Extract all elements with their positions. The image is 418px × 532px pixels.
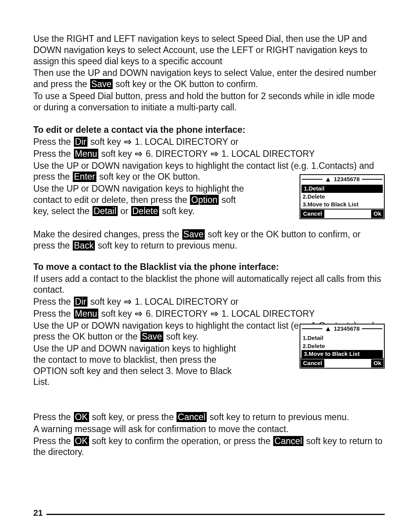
screen-title: 12345678 xyxy=(334,176,360,183)
text: soft key or the OK button to confirm. xyxy=(113,79,258,89)
screen-softkeys: Cancel Ok xyxy=(300,209,384,218)
text: Press the xyxy=(33,297,74,307)
arrow-right-icon: ⇨ xyxy=(134,148,143,160)
body-line: Press the Dir soft key ⇨ 1. LOCAL DIRECT… xyxy=(33,136,385,148)
text: Press the xyxy=(33,436,74,446)
header-line xyxy=(362,179,382,180)
text: soft key. xyxy=(159,206,194,216)
text: soft key. xyxy=(164,331,199,342)
text: soft key to confirm the operation, or pr… xyxy=(89,436,273,446)
arrow-right-icon: ⇨ xyxy=(134,308,143,319)
text: soft key to return to previous menu. xyxy=(207,412,349,422)
menu-key: Menu xyxy=(74,309,99,319)
text: soft key xyxy=(88,297,123,307)
text: Press the xyxy=(33,309,74,319)
arrow-right-icon: ⇨ xyxy=(210,308,219,319)
text: Make the desired changes, press the xyxy=(33,229,182,239)
text: 6. DIRECTORY xyxy=(143,149,210,159)
body-line: Press the Menu soft key ⇨ 6. DIRECTORY ⇨… xyxy=(33,148,385,160)
dir-key: Dir xyxy=(74,137,87,147)
body-line: Press the OK soft key to confirm the ope… xyxy=(33,436,385,458)
option-key: Option xyxy=(190,195,219,205)
softkey-spacer xyxy=(325,209,371,218)
ok-softkey: Ok xyxy=(371,359,384,367)
screen-row: 3.Move to Black List xyxy=(300,201,384,209)
body-line: Press the Menu soft key ⇨ 6. DIRECTORY ⇨… xyxy=(33,308,385,319)
spacer xyxy=(33,217,385,229)
cancel-softkey: Cancel xyxy=(301,210,324,218)
detail-key: Detail xyxy=(93,206,118,216)
dir-key: Dir xyxy=(74,297,87,307)
delete-key: Delete xyxy=(131,206,159,216)
cancel-key: Cancel xyxy=(176,412,207,422)
intro-paragraph: Use the RIGHT and LEFT navigation keys t… xyxy=(33,33,385,67)
save-key: Save xyxy=(182,229,205,239)
footer-rule xyxy=(46,514,385,515)
spacer xyxy=(33,388,385,412)
text: soft key xyxy=(99,149,134,159)
text: 1. LOCAL DIRECTORY or xyxy=(132,297,238,307)
text: Press the xyxy=(33,149,74,159)
intro-paragraph: Then use the UP and DOWN navigation keys… xyxy=(33,67,385,90)
body-line: Make the desired changes, press the Save… xyxy=(33,229,385,251)
ok-softkey: Ok xyxy=(371,210,384,218)
text: Press the xyxy=(33,412,74,422)
phone-screen: ▲ 12345678 1.Detail 2.Delete 3.Move to B… xyxy=(300,174,385,219)
ok-key: OK xyxy=(74,436,89,446)
arrow-right-icon: ⇨ xyxy=(210,148,219,160)
screen-row: 1.Detail xyxy=(300,334,384,342)
arrow-right-icon: ⇨ xyxy=(123,136,132,148)
intro-block: Use the RIGHT and LEFT navigation keys t… xyxy=(33,33,385,113)
body-line: If users add a contact to the blacklist … xyxy=(33,273,385,296)
phone-screen: ▲ 12345678 1.Detail 2.Delete 3.Move to B… xyxy=(300,324,385,369)
header-line xyxy=(302,179,322,180)
header-line xyxy=(362,328,382,329)
document-page: Use the RIGHT and LEFT navigation keys t… xyxy=(0,0,418,532)
person-icon: ▲ xyxy=(325,176,332,183)
back-key: Back xyxy=(73,240,95,251)
page-footer: 21 xyxy=(33,508,385,518)
body-line: Use the UP and DOWN navigation keys to h… xyxy=(33,343,250,388)
section-heading: To edit or delete a contact via the phon… xyxy=(33,124,385,136)
text: soft key to return to previous menu. xyxy=(95,240,237,251)
text: soft key or the OK button. xyxy=(97,172,200,182)
page-number: 21 xyxy=(33,508,43,518)
text: 1. LOCAL DIRECTORY or xyxy=(132,137,238,147)
save-key: Save xyxy=(140,331,163,342)
screen-row-selected: 3.Move to Black List xyxy=(302,350,383,358)
header-line xyxy=(302,328,322,329)
text: or xyxy=(118,206,131,216)
enter-key: Enter xyxy=(73,172,96,182)
screen-header: ▲ 12345678 xyxy=(300,324,384,334)
intro-paragraph: To use a Speed Dial button, press and ho… xyxy=(33,91,385,113)
text: Press the xyxy=(33,137,74,147)
softkey-spacer xyxy=(325,359,371,368)
body-line: Use the UP or DOWN navigation keys to hi… xyxy=(33,183,250,216)
person-icon: ▲ xyxy=(325,325,332,332)
text: 6. DIRECTORY xyxy=(143,309,210,319)
screen-header: ▲ 12345678 xyxy=(300,175,384,185)
screen-row-selected: 1.Detail xyxy=(302,185,383,193)
screen-softkeys: Cancel Ok xyxy=(300,358,384,368)
cancel-key: Cancel xyxy=(273,436,303,446)
text: soft key xyxy=(99,309,134,319)
text: 1. LOCAL DIRECTORY xyxy=(219,309,315,319)
cancel-softkey: Cancel xyxy=(301,359,324,367)
body-line: A warning message will ask for confirmat… xyxy=(33,424,385,435)
text: 1. LOCAL DIRECTORY xyxy=(219,149,315,159)
text: soft key xyxy=(88,137,123,147)
body-line: Press the OK soft key, or press the Canc… xyxy=(33,412,385,423)
screen-row: 2.Delete xyxy=(300,193,384,201)
arrow-right-icon: ⇨ xyxy=(123,296,132,307)
text: soft key, or press the xyxy=(89,412,176,422)
screen-title: 12345678 xyxy=(334,325,360,333)
body-line: Press the Dir soft key ⇨ 1. LOCAL DIRECT… xyxy=(33,296,385,307)
ok-key: OK xyxy=(74,412,89,422)
menu-key: Menu xyxy=(74,149,99,159)
save-key: Save xyxy=(90,79,113,89)
section-heading: To move a contact to the Blacklist via t… xyxy=(33,261,385,273)
screen-row: 2.Delete xyxy=(300,342,384,350)
